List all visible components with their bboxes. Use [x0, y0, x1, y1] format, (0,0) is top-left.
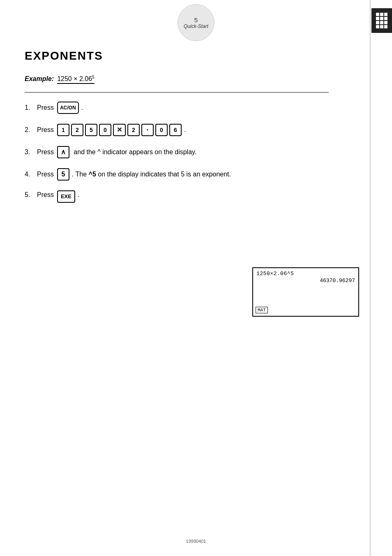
calc-grid-icon: [376, 13, 387, 28]
step-2-num: 2.: [25, 125, 37, 134]
step-4: 4. Press 5 . The ^5 on the display indic…: [25, 168, 329, 181]
page-badge: 5 Quick-Start: [178, 4, 214, 41]
step-1-suffix: .: [81, 103, 83, 112]
step-5: 5. Press EXE .: [25, 190, 329, 244]
calculator-display: 1250×2.06^5 46370.96297 MAT: [252, 267, 359, 317]
step-1-text: Press: [37, 103, 54, 112]
step-3: 3. Press ∧ and the ^ indicator appears o…: [25, 146, 329, 158]
step-5-suffix: .: [78, 190, 79, 199]
display-mat-indicator: MAT: [256, 307, 268, 313]
key-2: 2: [71, 124, 83, 136]
step-3-num: 3.: [25, 148, 37, 157]
step-2-text: Press: [37, 125, 54, 134]
step-1: 1. Press AC/ON .: [25, 102, 329, 114]
key-ac-on: AC/ON: [57, 102, 79, 114]
step-4-text: Press: [37, 170, 54, 179]
page-number: 5: [194, 16, 198, 23]
step-2: 2. Press 1 2 5 0 ✕ 2 · 0 6 .: [25, 124, 329, 136]
key-6: 6: [169, 124, 182, 136]
example-line: Example: 1250 × 2.065: [25, 75, 329, 84]
right-divider: [370, 0, 371, 556]
key-caret: ∧: [57, 146, 69, 158]
key-dot: ·: [141, 124, 154, 136]
step-3-suffix: and the ^ indicator appears on the displ…: [72, 148, 196, 157]
sidebar-calculator-icon: [371, 8, 392, 33]
example-formula: 1250 × 2.065: [57, 75, 95, 84]
display-line2: 46370.96297: [256, 278, 355, 284]
page-label: Quick-Start: [184, 23, 208, 29]
key-5b: 5: [57, 168, 69, 181]
step-5-text: Press: [37, 190, 54, 199]
key-exe: EXE: [57, 190, 75, 203]
key-multiply: ✕: [113, 124, 126, 136]
step-2-suffix: .: [184, 125, 186, 134]
key-0b: 0: [155, 124, 168, 136]
step-1-num: 1.: [25, 103, 37, 112]
display-line1: 1250×2.06^5: [256, 271, 355, 277]
step-4-suffix: . The ^5 on the display indicates that 5…: [72, 170, 231, 179]
key-1: 1: [57, 124, 69, 136]
section-title: EXPONENTS: [25, 49, 329, 63]
step-4-num: 4.: [25, 170, 37, 179]
step-5-num: 5.: [25, 190, 37, 199]
example-formula-text: 1250 × 2.06: [57, 75, 92, 82]
example-label: Example:: [25, 75, 54, 83]
key-2b: 2: [127, 124, 140, 136]
footer-text: 19990401: [186, 539, 206, 544]
step-3-text: Press: [37, 148, 54, 157]
key-0: 0: [99, 124, 111, 136]
key-5: 5: [85, 124, 97, 136]
section-divider: [25, 92, 329, 93]
main-content: EXPONENTS Example: 1250 × 2.065 1. Press…: [0, 0, 353, 278]
example-formula-sup: 5: [92, 75, 95, 79]
